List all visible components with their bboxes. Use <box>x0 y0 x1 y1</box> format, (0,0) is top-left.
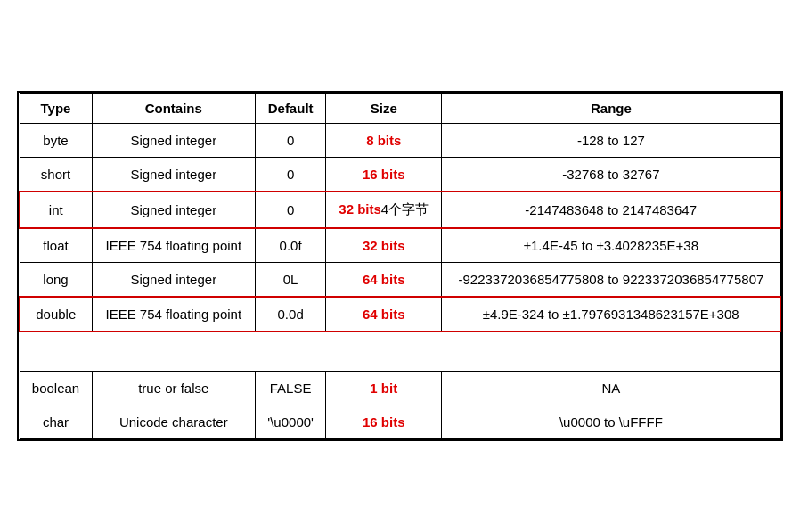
default-cell: 0 <box>256 124 326 158</box>
range-cell: ±1.4E-45 to ±3.4028235E+38 <box>442 228 780 263</box>
range-cell: NA <box>442 371 780 405</box>
size-cell: 16 bits <box>326 158 442 192</box>
default-cell: FALSE <box>256 371 326 405</box>
contains-cell: Signed integer <box>92 158 256 192</box>
contains-cell: true or false <box>92 371 256 405</box>
default-cell: '\u0000' <box>256 405 326 438</box>
size-cell: 32 bits <box>326 228 442 263</box>
default-cell: 0 <box>256 158 326 192</box>
contains-cell: Signed integer <box>92 124 256 158</box>
spacer-cell <box>20 331 780 358</box>
highlighted-row-double: double IEEE 754 floating point 0.0d 64 b… <box>20 297 780 331</box>
type-cell: long <box>20 263 92 298</box>
spacer-row <box>20 331 780 358</box>
type-cell: boolean <box>20 371 92 405</box>
contains-cell: Unicode character <box>92 405 256 438</box>
contains-cell: Signed integer <box>92 263 256 298</box>
type-cell: double <box>20 297 92 331</box>
type-cell: char <box>20 405 92 438</box>
size-cell: 16 bits <box>326 405 442 438</box>
table-row: short Signed integer 0 16 bits -32768 to… <box>20 158 780 192</box>
table-row: long Signed integer 0L 64 bits -92233720… <box>20 263 780 298</box>
default-cell: 0 <box>256 192 326 228</box>
type-cell: float <box>20 228 92 263</box>
data-types-table: Type Contains Default Size Range byte Si… <box>19 93 781 439</box>
size-cell: 64 bits <box>326 297 442 331</box>
table-row: boolean true or false FALSE 1 bit NA <box>20 371 780 405</box>
size-cell: 1 bit <box>326 371 442 405</box>
range-cell: ±4.9E-324 to ±1.7976931348623157E+308 <box>442 297 780 331</box>
size-cell: 64 bits <box>326 263 442 298</box>
separator-cell <box>20 358 780 371</box>
header-row: Type Contains Default Size Range <box>20 94 780 124</box>
range-cell: -2147483648 to 2147483647 <box>442 192 780 228</box>
type-cell: byte <box>20 124 92 158</box>
col-header-type: Type <box>20 94 92 124</box>
table-row: byte Signed integer 0 8 bits -128 to 127 <box>20 124 780 158</box>
type-cell: short <box>20 158 92 192</box>
range-cell: -9223372036854775808 to 9223372036854775… <box>442 263 780 298</box>
col-header-range: Range <box>442 94 780 124</box>
contains-cell: Signed integer <box>92 192 256 228</box>
table-row: float IEEE 754 floating point 0.0f 32 bi… <box>20 228 780 263</box>
contains-cell: IEEE 754 floating point <box>92 228 256 263</box>
size-cell: 32 bits4个字节 <box>326 192 442 228</box>
col-header-default: Default <box>256 94 326 124</box>
default-cell: 0L <box>256 263 326 298</box>
contains-cell: IEEE 754 floating point <box>92 297 256 331</box>
col-header-size: Size <box>326 94 442 124</box>
default-cell: 0.0d <box>256 297 326 331</box>
highlighted-row-int: int Signed integer 0 32 bits4个字节 -214748… <box>20 192 780 228</box>
col-header-contains: Contains <box>92 94 256 124</box>
range-cell: -32768 to 32767 <box>442 158 780 192</box>
main-table-wrapper: Type Contains Default Size Range byte Si… <box>17 91 783 441</box>
separator-row <box>20 358 780 371</box>
table-row: char Unicode character '\u0000' 16 bits … <box>20 405 780 438</box>
range-cell: -128 to 127 <box>442 124 780 158</box>
default-cell: 0.0f <box>256 228 326 263</box>
range-cell: \u0000 to \uFFFF <box>442 405 780 438</box>
type-cell: int <box>20 192 92 228</box>
size-cell: 8 bits <box>326 124 442 158</box>
